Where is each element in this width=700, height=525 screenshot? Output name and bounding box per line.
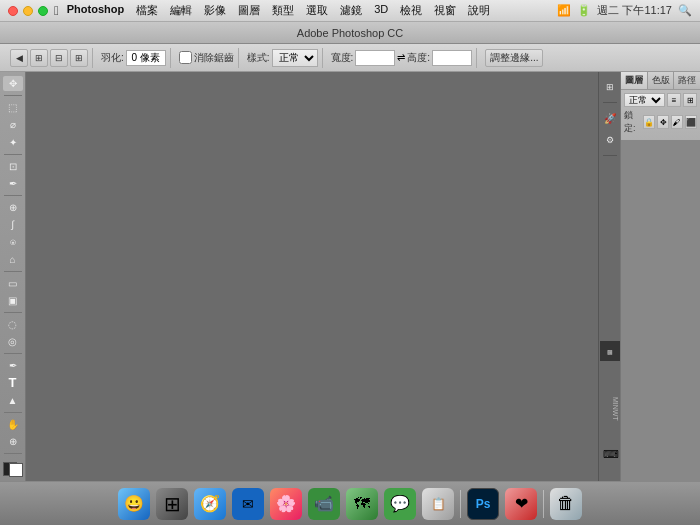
maps-icon: 🗺 (346, 488, 378, 520)
main-area: ✥ ⬚ ⌀ ✦ ⊡ ✒ ⊕ ∫ ⍟ ⌂ ▭ ▣ ◌ ◎ ✒ T ▲ ✋ ⊕ (0, 72, 700, 481)
menu-window[interactable]: 視窗 (434, 3, 456, 18)
menu-app-name[interactable]: Photoshop (67, 3, 124, 18)
float-gear-btn[interactable]: ⚙ (601, 131, 619, 149)
tool-pen[interactable]: ✒ (3, 358, 23, 373)
toolbar-refine-group: 調整邊緣... (481, 48, 547, 68)
menu-help[interactable]: 說明 (468, 3, 490, 18)
style-select[interactable]: 正常 (272, 49, 318, 67)
width-label: 寬度: (331, 51, 354, 65)
lock-btn[interactable]: 🔒 (643, 115, 655, 129)
keyboard-icon[interactable]: ⌨ (603, 448, 619, 461)
dock-item-trash[interactable]: 🗑 (548, 486, 584, 522)
height-label: 高度: (407, 51, 430, 65)
menu-file[interactable]: 檔案 (136, 3, 158, 18)
misc1-icon: 📋 (422, 488, 454, 520)
trash-icon: 🗑 (550, 488, 582, 520)
style-label: 樣式: (247, 51, 270, 65)
tool-eraser[interactable]: ▭ (3, 276, 23, 291)
toolbar-layout-btn2[interactable]: ⊟ (50, 49, 68, 67)
feather-input[interactable] (126, 50, 166, 66)
menu-3d[interactable]: 3D (374, 3, 388, 18)
refine-edge-btn[interactable]: 調整邊緣... (485, 49, 543, 67)
dock-item-misc1[interactable]: 📋 (420, 486, 456, 522)
battery-icon: 🔋 (577, 4, 591, 17)
photos-icon: 🌸 (270, 488, 302, 520)
menu-type[interactable]: 類型 (272, 3, 294, 18)
dock-item-photoshop[interactable]: Ps (465, 486, 501, 522)
width-input[interactable] (355, 50, 395, 66)
tool-shape[interactable]: ▲ (3, 393, 23, 408)
panel-tabs: 圖層 色版 路徑 (621, 72, 700, 90)
toolbar: ◀ ⊞ ⊟ ⊞ 羽化: 消除鋸齒 樣式: 正常 寬度: ⇌ 高度: 調整邊緣.. (0, 44, 700, 72)
tool-move[interactable]: ✥ (3, 76, 23, 91)
dock-item-finder[interactable]: 😀 (116, 486, 152, 522)
antialias-checkbox[interactable] (179, 51, 192, 64)
tool-blur[interactable]: ◌ (3, 317, 23, 332)
tool-separator-3 (4, 195, 22, 196)
blend-mode-row: 正常 ≡ ⊞ (624, 93, 697, 107)
background-color[interactable] (9, 463, 23, 477)
tool-clone[interactable]: ⍟ (3, 234, 23, 249)
tool-separator-7 (4, 412, 22, 413)
tool-eyedropper[interactable]: ✒ (3, 176, 23, 191)
menu-items: Photoshop 檔案 編輯 影像 圖層 類型 選取 濾鏡 3D 檢視 視窗 … (67, 3, 491, 18)
menu-layers[interactable]: 圖層 (238, 3, 260, 18)
lock-row: 鎖定: 🔒 ✥ 🖌 ⬛ (624, 109, 697, 135)
tool-gradient[interactable]: ▣ (3, 293, 23, 308)
fill-btn[interactable]: ⬛ (685, 115, 697, 129)
menu-edit[interactable]: 編輯 (170, 3, 192, 18)
menu-view[interactable]: 檢視 (400, 3, 422, 18)
apple-logo[interactable]:  (54, 3, 59, 18)
dock-item-mail[interactable]: ✉ (230, 486, 266, 522)
panel-content: 正常 ≡ ⊞ 鎖定: 🔒 ✥ 🖌 ⬛ (621, 90, 700, 140)
menu-filter[interactable]: 濾鏡 (340, 3, 362, 18)
float-rocket-btn[interactable]: 🚀 (601, 109, 619, 127)
maximize-button[interactable] (38, 6, 48, 16)
mac-menu-bar:  Photoshop 檔案 編輯 影像 圖層 類型 選取 濾鏡 3D 檢視 視… (0, 0, 700, 22)
height-input[interactable] (432, 50, 472, 66)
panel-menu-btn[interactable]: ≡ (667, 93, 681, 107)
exchange-icon: ⇌ (397, 52, 405, 63)
toolbar-layout-btn1[interactable]: ⊞ (30, 49, 48, 67)
dock-item-maps[interactable]: 🗺 (344, 486, 380, 522)
blend-mode-select[interactable]: 正常 (624, 93, 665, 107)
menu-select[interactable]: 選取 (306, 3, 328, 18)
tool-history[interactable]: ⌂ (3, 252, 23, 267)
finder-icon: 😀 (118, 488, 150, 520)
tool-marquee[interactable]: ⬚ (3, 100, 23, 115)
dock-item-safari[interactable]: 🧭 (192, 486, 228, 522)
move-lock-btn[interactable]: ✥ (657, 115, 669, 129)
toolbar-antialias-group: 消除鋸齒 (175, 48, 239, 68)
dock-item-facetime[interactable]: 📹 (306, 486, 342, 522)
dock-item-messages[interactable]: 💬 (382, 486, 418, 522)
panel-grid-btn[interactable]: ⊞ (683, 93, 697, 107)
dock-item-photos[interactable]: 🌸 (268, 486, 304, 522)
search-icon[interactable]: 🔍 (678, 4, 692, 17)
tool-separator-5 (4, 312, 22, 313)
tab-layers[interactable]: 圖層 (621, 72, 648, 89)
close-button[interactable] (8, 6, 18, 16)
mail-icon: ✉ (232, 488, 264, 520)
canvas-area (26, 72, 620, 481)
tool-heal[interactable]: ⊕ (3, 200, 23, 215)
tool-text[interactable]: T (3, 375, 23, 390)
tool-brush[interactable]: ∫ (3, 217, 23, 232)
dock-item-misc2[interactable]: ❤ (503, 486, 539, 522)
tab-paths[interactable]: 路徑 (674, 72, 700, 89)
menu-image[interactable]: 影像 (204, 3, 226, 18)
float-grid-btn[interactable]: ⊞ (601, 78, 619, 96)
tool-crop[interactable]: ⊡ (3, 159, 23, 174)
tool-dodge[interactable]: ◎ (3, 334, 23, 349)
tool-lasso[interactable]: ⌀ (3, 117, 23, 132)
toolbar-back-btn[interactable]: ◀ (10, 49, 28, 67)
tool-zoom[interactable]: ⊕ (3, 434, 23, 449)
tab-channels[interactable]: 色版 (648, 72, 675, 89)
dock-item-launchpad[interactable]: ⊞ (154, 486, 190, 522)
minimize-button[interactable] (23, 6, 33, 16)
color-picker[interactable] (3, 462, 23, 477)
tool-magic-wand[interactable]: ✦ (3, 135, 23, 150)
art-lock-btn[interactable]: 🖌 (671, 115, 683, 129)
tool-separator-2 (4, 154, 22, 155)
toolbar-layout-btn3[interactable]: ⊞ (70, 49, 88, 67)
tool-hand[interactable]: ✋ (3, 417, 23, 432)
